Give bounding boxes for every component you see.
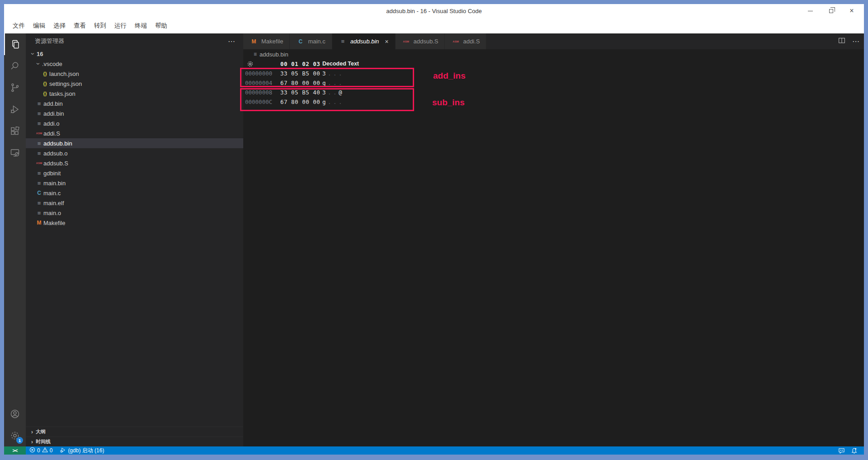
- warnings-count: 0: [50, 447, 53, 454]
- source-control-icon[interactable]: [4, 77, 26, 99]
- hex-decoded: 3..@: [322, 88, 344, 97]
- hex-row[interactable]: 0000000C 67 80 00 00 g...: [243, 97, 864, 107]
- close-button[interactable]: ×: [841, 4, 862, 18]
- remote-explorer-icon[interactable]: [4, 142, 26, 164]
- menu-edit[interactable]: 编辑: [29, 22, 49, 30]
- tree-item-settings-json[interactable]: {}settings.json: [26, 79, 243, 89]
- menu-run[interactable]: 运行: [110, 22, 131, 30]
- tree-item-gdbinit[interactable]: ≡gdbinit: [26, 168, 243, 178]
- more-actions-icon[interactable]: ⋯: [852, 37, 859, 46]
- restore-button[interactable]: [821, 4, 841, 18]
- tree-item-main-elf[interactable]: ≡main.elf: [26, 198, 243, 208]
- breadcrumb[interactable]: ≡ addsub.bin: [243, 49, 864, 59]
- tree-item-label: addsub.o: [43, 150, 68, 157]
- makefile-icon: M: [250, 38, 258, 45]
- asm-file-icon: ASM: [402, 40, 410, 43]
- tree-item-label: addsub.S: [43, 160, 68, 167]
- outline-panel-header[interactable]: ›大纲: [26, 427, 243, 437]
- tree-item-label: main.o: [43, 210, 61, 216]
- more-actions-icon[interactable]: ⋯: [228, 37, 235, 46]
- sidebar-title: 资源管理器: [35, 37, 64, 45]
- tree-item-tasks-json[interactable]: {}tasks.json: [26, 89, 243, 99]
- file-icon: ≡: [339, 38, 347, 45]
- hex-row[interactable]: 00000004 67 80 00 00 g...: [243, 78, 864, 88]
- tab-addi-s[interactable]: ASMaddi.S: [445, 33, 486, 49]
- tree-item-main-o[interactable]: ≡main.o: [26, 208, 243, 218]
- tree-item-main-c[interactable]: Cmain.c: [26, 188, 243, 198]
- tree-item-addi-s[interactable]: ASMaddi.S: [26, 128, 243, 138]
- file-icon: ≡: [35, 170, 43, 177]
- tree-item-label: addi.S: [43, 130, 60, 137]
- hex-row[interactable]: 00000008 33 05 B5 40 3..@: [243, 88, 864, 97]
- activity-bar: 1: [4, 33, 26, 446]
- hex-row[interactable]: 00000000 33 05 B5 00 3...: [243, 69, 864, 78]
- feedback-icon[interactable]: [835, 446, 848, 455]
- json-file-icon: {}: [41, 91, 49, 96]
- tree-item-addsub-o[interactable]: ≡addsub.o: [26, 148, 243, 158]
- tree-item-add-bin[interactable]: ≡add.bin: [26, 99, 243, 108]
- tree-item-label: 16: [37, 51, 43, 57]
- panel-label: 时间线: [36, 438, 51, 445]
- timeline-panel-header[interactable]: ›时间线: [26, 437, 243, 446]
- debug-label: (gdb) 启动 (16): [68, 447, 104, 455]
- menu-go[interactable]: 转到: [90, 22, 110, 30]
- status-bar: >< 0 0 (gdb) 启动 (16): [4, 446, 864, 455]
- tab-label: addi.S: [463, 38, 480, 45]
- hex-decoded: g...: [322, 78, 344, 88]
- tab-label: main.c: [308, 38, 325, 45]
- hex-bytes: 33 05 B5 00: [280, 69, 320, 78]
- run-debug-icon[interactable]: [4, 99, 26, 120]
- explorer-icon[interactable]: [4, 33, 26, 55]
- tree-item-label: launch.json: [49, 70, 79, 77]
- tab-addsub-bin[interactable]: ≡addsub.bin×: [332, 33, 396, 49]
- menu-terminal[interactable]: 终端: [131, 22, 151, 30]
- tree-item-root-16[interactable]: ›16: [26, 49, 243, 59]
- account-icon[interactable]: [4, 403, 26, 425]
- remote-indicator[interactable]: ><: [4, 446, 26, 455]
- tree-item-addsub-s[interactable]: ASMaddsub.S: [26, 158, 243, 168]
- hex-address: 00000008: [245, 88, 272, 97]
- search-icon[interactable]: [4, 55, 26, 77]
- minimize-button[interactable]: [800, 4, 821, 18]
- tree-item-makefile[interactable]: MMakefile: [26, 218, 243, 228]
- menu-file[interactable]: 文件: [9, 22, 29, 30]
- tree-item-label: Makefile: [43, 220, 65, 226]
- errors-count: 0: [37, 447, 40, 454]
- file-icon: ≡: [35, 150, 43, 157]
- warnings-icon: [42, 447, 48, 454]
- tab-addsub-s[interactable]: ASMaddsub.S: [396, 33, 445, 49]
- tree-item-vscode-folder[interactable]: ›.vscode: [26, 59, 243, 69]
- restore-icon: [829, 9, 833, 13]
- chevron-right-icon: ›: [28, 438, 36, 445]
- extensions-icon[interactable]: [4, 120, 26, 142]
- tab-makefile[interactable]: MMakefile: [243, 33, 290, 49]
- tree-item-label: main.elf: [43, 200, 64, 207]
- split-editor-icon[interactable]: [838, 37, 846, 47]
- hex-decoded: 3...: [322, 69, 344, 78]
- tree-item-main-bin[interactable]: ≡main.bin: [26, 178, 243, 188]
- tree-item-addi-o[interactable]: ≡addi.o: [26, 118, 243, 128]
- close-tab-icon[interactable]: ×: [385, 38, 388, 45]
- title-bar: addsub.bin - 16 - Visual Studio Code ×: [4, 4, 864, 18]
- tree-item-label: main.bin: [43, 180, 66, 187]
- menu-bar: 文件 编辑 选择 查看 转到 运行 终端 帮助: [4, 18, 864, 33]
- tab-label: addsub.S: [414, 38, 439, 45]
- settings-gear-icon[interactable]: 1: [4, 425, 26, 446]
- tab-main-c[interactable]: Cmain.c: [290, 33, 332, 49]
- hex-address: 00000004: [245, 78, 272, 88]
- problems-indicator[interactable]: 0 0: [26, 446, 56, 455]
- menu-help[interactable]: 帮助: [151, 22, 171, 30]
- tree-item-addsub-bin[interactable]: ≡addsub.bin: [26, 138, 243, 148]
- menu-selection[interactable]: 选择: [49, 22, 70, 30]
- tree-item-label: addi.o: [43, 120, 59, 127]
- json-file-icon: {}: [41, 81, 49, 86]
- notifications-bell-icon[interactable]: [848, 446, 860, 455]
- tree-item-launch-json[interactable]: {}launch.json: [26, 69, 243, 79]
- minimize-icon: [808, 11, 813, 11]
- tree-item-addi-bin[interactable]: ≡addi.bin: [26, 108, 243, 118]
- menu-view[interactable]: 查看: [70, 22, 90, 30]
- file-icon: ≡: [35, 100, 43, 107]
- settings-badge: 1: [16, 437, 23, 444]
- debug-status[interactable]: (gdb) 启动 (16): [56, 446, 108, 455]
- tree-item-label: gdbinit: [43, 170, 61, 177]
